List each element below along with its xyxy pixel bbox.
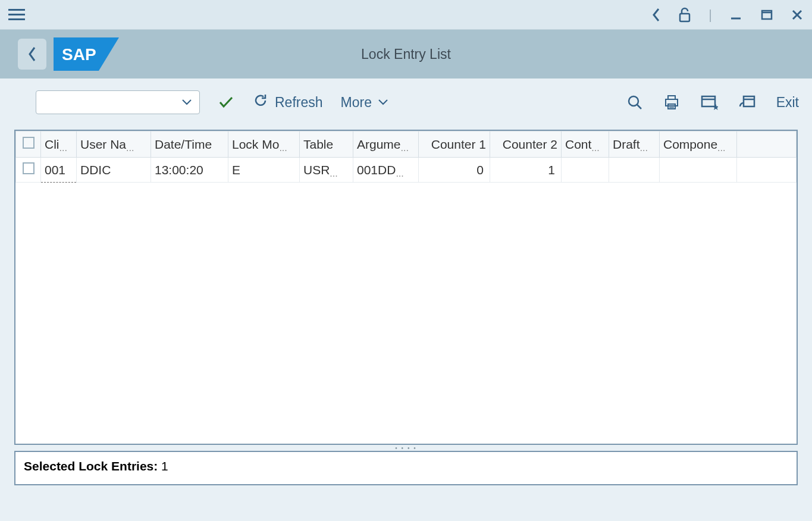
- select-all-header[interactable]: [16, 131, 41, 158]
- column-counter-2[interactable]: Counter 2: [490, 131, 562, 158]
- column-draft[interactable]: Draft: [609, 131, 660, 158]
- page-title: Lock Entry List: [361, 46, 451, 62]
- svg-point-8: [629, 96, 638, 106]
- print-button[interactable]: [663, 94, 680, 111]
- cell-context[interactable]: [562, 158, 609, 183]
- maximize-icon[interactable]: [760, 8, 774, 22]
- exit-button[interactable]: Exit: [776, 95, 799, 111]
- exit-session-button[interactable]: [738, 95, 756, 110]
- cell-user-name[interactable]: DDIC: [77, 158, 151, 183]
- search-button[interactable]: [626, 94, 643, 111]
- more-label: More: [341, 95, 372, 111]
- table-row[interactable]: 001 DDIC 13:00:20 E USR 001DD 0 1: [16, 158, 797, 183]
- new-window-button[interactable]: ★: [700, 95, 718, 110]
- cell-counter-1[interactable]: 0: [419, 158, 490, 183]
- refresh-icon: [252, 92, 269, 112]
- cell-spacer: [737, 158, 797, 183]
- splitter[interactable]: • • • •: [14, 445, 798, 451]
- previous-icon[interactable]: [651, 7, 661, 23]
- refresh-button[interactable]: Refresh: [252, 92, 323, 112]
- column-component[interactable]: Compone: [660, 131, 737, 158]
- column-context[interactable]: Cont: [562, 131, 609, 158]
- svg-rect-0: [680, 14, 689, 21]
- svg-line-9: [637, 105, 641, 109]
- back-button[interactable]: [18, 39, 46, 70]
- toolbar-left: Refresh More: [36, 90, 388, 114]
- column-user-name[interactable]: User Na: [77, 131, 151, 158]
- cell-component[interactable]: [660, 158, 737, 183]
- splitter-handle-icon: • • • •: [395, 445, 416, 451]
- svg-text:SAP: SAP: [62, 45, 96, 64]
- more-button[interactable]: More: [341, 95, 388, 111]
- column-argument[interactable]: Argume: [353, 131, 419, 158]
- column-spacer: [737, 131, 797, 158]
- svg-rect-18: [744, 96, 754, 106]
- separator: |: [708, 7, 712, 23]
- toolbar: Refresh More ★ Exit: [0, 79, 812, 126]
- status-count: 1: [161, 459, 168, 473]
- content-area: Cli User Na Date/Time Lock Mo Table Argu…: [0, 126, 812, 491]
- chevron-down-icon: [181, 99, 192, 106]
- column-date-time[interactable]: Date/Time: [151, 131, 228, 158]
- status-panel: Selected Lock Entries: 1: [14, 451, 798, 485]
- cell-date-time[interactable]: 13:00:20: [151, 158, 228, 183]
- system-bar: |: [0, 0, 812, 30]
- cell-table[interactable]: USR: [300, 158, 353, 183]
- column-lock-mode[interactable]: Lock Mo: [228, 131, 300, 158]
- column-table[interactable]: Table: [300, 131, 353, 158]
- status-label: Selected Lock Entries:: [24, 459, 158, 473]
- lock-entry-table: Cli User Na Date/Time Lock Mo Table Argu…: [15, 131, 797, 183]
- svg-text:★: ★: [712, 102, 718, 110]
- cell-counter-2[interactable]: 1: [490, 158, 562, 183]
- accept-button[interactable]: [218, 95, 234, 109]
- refresh-label: Refresh: [275, 95, 323, 111]
- column-counter-1[interactable]: Counter 1: [419, 131, 490, 158]
- sap-logo: SAP: [54, 37, 119, 71]
- cell-lock-mode[interactable]: E: [228, 158, 300, 183]
- cell-argument[interactable]: 001DD: [353, 158, 419, 183]
- system-bar-actions: |: [651, 7, 804, 23]
- cell-client[interactable]: 001: [41, 158, 77, 183]
- minimize-icon[interactable]: [729, 8, 743, 22]
- close-icon[interactable]: [791, 8, 804, 21]
- table-container: Cli User Na Date/Time Lock Mo Table Argu…: [14, 130, 798, 445]
- column-client[interactable]: Cli: [41, 131, 77, 158]
- menu-icon[interactable]: [8, 7, 25, 23]
- command-field[interactable]: [36, 90, 200, 114]
- cell-draft[interactable]: [609, 158, 660, 183]
- header-bar: SAP Lock Entry List: [0, 30, 812, 79]
- unlock-icon[interactable]: [678, 7, 692, 23]
- chevron-down-icon: [378, 99, 388, 106]
- table-header-row: Cli User Na Date/Time Lock Mo Table Argu…: [16, 131, 797, 158]
- row-checkbox[interactable]: [16, 158, 41, 183]
- toolbar-right: ★ Exit: [626, 94, 799, 111]
